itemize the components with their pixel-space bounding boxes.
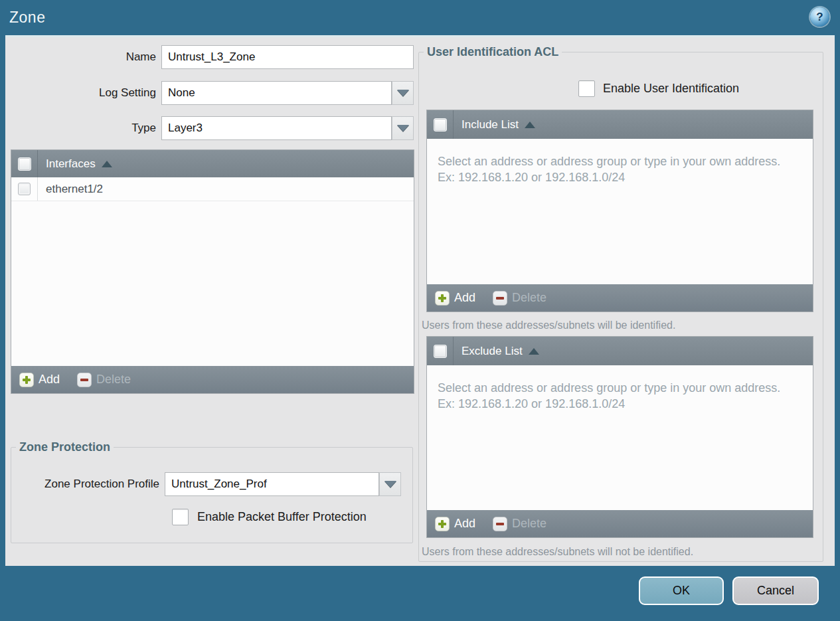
type-dropdown-trigger[interactable] <box>392 116 414 140</box>
exclude-list-header[interactable]: Exclude List <box>427 337 813 365</box>
zone-protection-legend: Zone Protection <box>16 440 114 454</box>
interfaces-select-all-cell <box>11 150 38 177</box>
zone-protection-profile-label: Zone Protection Profile <box>11 478 165 491</box>
chevron-down-icon <box>397 125 409 132</box>
exclude-list-placeholder: Select an address or address group or ty… <box>427 365 799 412</box>
interfaces-header-label: Interfaces <box>38 157 96 171</box>
interfaces-add-button[interactable]: Add <box>19 373 60 387</box>
interfaces-delete-label: Delete <box>96 373 131 387</box>
enable-user-id-checkbox[interactable] <box>578 80 595 97</box>
interfaces-grid-header[interactable]: Interfaces <box>11 150 414 177</box>
ok-button[interactable]: OK <box>639 577 724 605</box>
chevron-down-icon <box>384 481 396 488</box>
sort-asc-icon <box>525 122 535 128</box>
chevron-down-icon <box>397 90 409 96</box>
interfaces-grid-footer: Add Delete <box>11 366 414 393</box>
include-select-all-cell <box>427 110 454 139</box>
type-label: Type <box>5 122 161 135</box>
dialog-titlebar: Zone ? <box>0 0 840 35</box>
sort-asc-icon <box>529 348 539 355</box>
add-icon <box>19 373 34 387</box>
include-list-body[interactable]: Select an address or address group or ty… <box>427 139 813 284</box>
delete-icon <box>493 517 507 531</box>
name-label: Name <box>5 50 161 64</box>
zone-protection-profile-trigger[interactable] <box>379 472 401 496</box>
interfaces-grid: Interfaces ethernet1/2 Add Delete <box>11 149 414 394</box>
interfaces-row-label: ethernet1/2 <box>38 183 103 196</box>
zone-protection-profile-value[interactable] <box>165 472 379 496</box>
log-setting-dropdown[interactable] <box>161 81 414 105</box>
include-add-label: Add <box>454 291 475 305</box>
interfaces-add-label: Add <box>39 373 60 387</box>
include-add-button[interactable]: Add <box>435 291 475 306</box>
cancel-button[interactable]: Cancel <box>732 577 819 605</box>
include-delete-label: Delete <box>512 291 546 305</box>
type-row: Type <box>5 116 414 140</box>
zone-protection-profile-row: Zone Protection Profile <box>11 472 401 496</box>
exclude-select-all-cell <box>427 337 454 365</box>
user-id-acl-fieldset: User Identification ACL Enable User Iden… <box>418 45 823 562</box>
add-icon <box>435 291 450 306</box>
zone-protection-fieldset: Zone Protection Zone Protection Profile … <box>11 440 413 543</box>
packet-buffer-checkbox[interactable] <box>172 509 189 525</box>
delete-icon <box>77 373 92 387</box>
zone-protection-profile-dropdown[interactable] <box>165 472 401 496</box>
include-list-caption: Users from these addresses/subnets will … <box>422 319 675 331</box>
dialog-title: Zone <box>9 9 45 27</box>
include-list-placeholder: Select an address or address group or ty… <box>427 139 799 186</box>
delete-icon <box>493 291 507 306</box>
exclude-add-button[interactable]: Add <box>435 517 475 531</box>
log-setting-dropdown-trigger[interactable] <box>392 81 414 105</box>
name-input[interactable] <box>161 45 414 69</box>
exclude-list-grid: Exclude List Select an address or addres… <box>426 336 813 538</box>
exclude-select-all-checkbox[interactable] <box>434 345 447 358</box>
enable-user-id-row: Enable User Identification <box>578 80 739 97</box>
include-delete-button[interactable]: Delete <box>493 291 546 306</box>
packet-buffer-label: Enable Packet Buffer Protection <box>197 510 367 524</box>
exclude-delete-label: Delete <box>512 517 546 531</box>
interfaces-row[interactable]: ethernet1/2 <box>11 177 414 201</box>
interfaces-delete-button[interactable]: Delete <box>77 373 131 387</box>
exclude-list-body[interactable]: Select an address or address group or ty… <box>427 365 813 510</box>
include-select-all-checkbox[interactable] <box>434 118 447 132</box>
exclude-list-header-label: Exclude List <box>454 345 523 358</box>
include-list-grid: Include List Select an address or addres… <box>426 110 813 312</box>
add-icon <box>435 517 450 531</box>
enable-user-id-label: Enable User Identification <box>603 82 739 96</box>
log-setting-value[interactable] <box>161 81 392 105</box>
name-row: Name <box>5 45 414 69</box>
interfaces-row-checkbox-cell <box>11 177 38 201</box>
dialog-body: Name Log Setting Type Interfaces <box>5 35 835 566</box>
exclude-list-footer: Add Delete <box>427 510 813 537</box>
include-list-header[interactable]: Include List <box>427 110 813 139</box>
interfaces-select-all-checkbox[interactable] <box>18 157 31 171</box>
include-list-footer: Add Delete <box>427 284 813 311</box>
log-setting-label: Log Setting <box>5 86 161 100</box>
page-background: { "window": { "title": "Zone", "help_ico… <box>0 0 840 621</box>
user-id-acl-legend: User Identification ACL <box>424 45 562 59</box>
exclude-list-caption: Users from these addresses/subnets will … <box>422 546 693 558</box>
packet-buffer-row: Enable Packet Buffer Protection <box>172 509 367 525</box>
type-dropdown[interactable] <box>161 116 414 140</box>
exclude-delete-button[interactable]: Delete <box>493 517 546 531</box>
help-icon[interactable]: ? <box>810 7 829 27</box>
exclude-add-label: Add <box>454 517 475 531</box>
interfaces-row-checkbox[interactable] <box>18 183 31 195</box>
interfaces-grid-body: ethernet1/2 <box>11 177 414 366</box>
include-list-header-label: Include List <box>454 118 519 132</box>
sort-asc-icon <box>102 161 112 167</box>
log-setting-row: Log Setting <box>5 81 414 105</box>
type-value[interactable] <box>161 116 392 140</box>
